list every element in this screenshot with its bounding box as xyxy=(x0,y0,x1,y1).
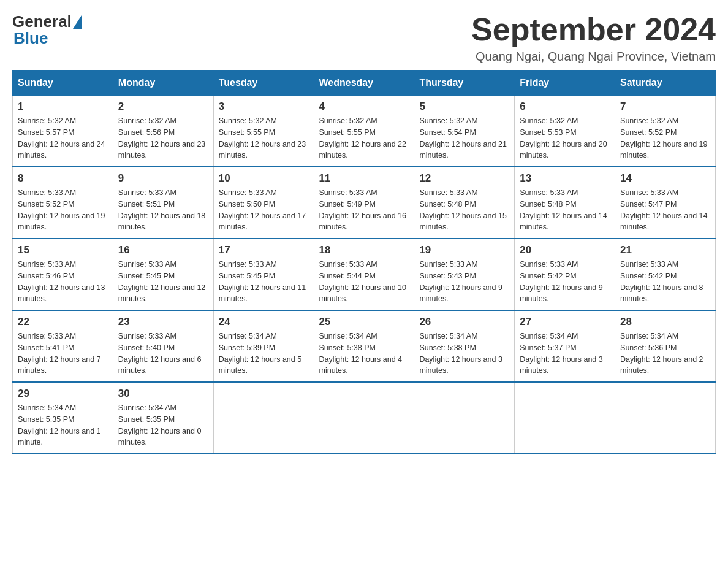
calendar-header-tuesday: Tuesday xyxy=(213,71,314,95)
calendar-cell: 22Sunrise: 5:33 AMSunset: 5:41 PMDayligh… xyxy=(13,310,113,382)
logo-triangle-icon xyxy=(73,15,82,29)
calendar-cell: 4Sunrise: 5:32 AMSunset: 5:55 PMDaylight… xyxy=(314,95,414,167)
day-number: 9 xyxy=(118,172,208,185)
day-number: 21 xyxy=(620,244,710,256)
day-number: 24 xyxy=(219,316,309,328)
day-info: Sunrise: 5:33 AMSunset: 5:45 PMDaylight:… xyxy=(219,259,309,305)
calendar-header-row: SundayMondayTuesdayWednesdayThursdayFrid… xyxy=(13,71,716,95)
calendar-week-row: 29Sunrise: 5:34 AMSunset: 5:35 PMDayligh… xyxy=(13,382,716,454)
day-number: 5 xyxy=(419,101,509,113)
calendar-cell: 17Sunrise: 5:33 AMSunset: 5:45 PMDayligh… xyxy=(213,239,314,310)
day-number: 13 xyxy=(520,172,610,185)
day-number: 14 xyxy=(620,172,710,185)
day-number: 20 xyxy=(520,244,610,256)
day-number: 10 xyxy=(219,172,309,185)
calendar-cell: 10Sunrise: 5:33 AMSunset: 5:50 PMDayligh… xyxy=(213,167,314,239)
day-info: Sunrise: 5:33 AMSunset: 5:51 PMDaylight:… xyxy=(118,187,208,233)
calendar-cell: 13Sunrise: 5:33 AMSunset: 5:48 PMDayligh… xyxy=(515,167,615,239)
title-area: September 2024 Quang Ngai, Quang Ngai Pr… xyxy=(471,12,716,64)
location-subtitle: Quang Ngai, Quang Ngai Province, Vietnam xyxy=(471,50,716,64)
day-info: Sunrise: 5:33 AMSunset: 5:48 PMDaylight:… xyxy=(520,187,610,233)
logo-blue-text: Blue xyxy=(13,29,48,47)
day-info: Sunrise: 5:33 AMSunset: 5:42 PMDaylight:… xyxy=(520,259,610,305)
day-info: Sunrise: 5:32 AMSunset: 5:55 PMDaylight:… xyxy=(319,115,409,161)
calendar-header-thursday: Thursday xyxy=(414,71,515,95)
logo: General Blue xyxy=(12,12,83,48)
calendar-cell xyxy=(213,382,314,454)
day-info: Sunrise: 5:34 AMSunset: 5:38 PMDaylight:… xyxy=(319,331,409,377)
day-number: 22 xyxy=(18,316,108,328)
day-info: Sunrise: 5:32 AMSunset: 5:55 PMDaylight:… xyxy=(219,115,309,161)
day-number: 26 xyxy=(419,316,509,328)
calendar-week-row: 15Sunrise: 5:33 AMSunset: 5:46 PMDayligh… xyxy=(13,239,716,310)
calendar-week-row: 22Sunrise: 5:33 AMSunset: 5:41 PMDayligh… xyxy=(13,310,716,382)
day-number: 29 xyxy=(18,388,108,400)
day-info: Sunrise: 5:33 AMSunset: 5:44 PMDaylight:… xyxy=(319,259,409,305)
calendar-cell: 2Sunrise: 5:32 AMSunset: 5:56 PMDaylight… xyxy=(113,95,213,167)
day-info: Sunrise: 5:34 AMSunset: 5:35 PMDaylight:… xyxy=(18,402,108,448)
calendar-header-friday: Friday xyxy=(515,71,615,95)
day-info: Sunrise: 5:34 AMSunset: 5:37 PMDaylight:… xyxy=(520,331,610,377)
day-number: 7 xyxy=(620,101,710,113)
calendar-cell: 25Sunrise: 5:34 AMSunset: 5:38 PMDayligh… xyxy=(314,310,414,382)
day-number: 1 xyxy=(18,101,108,113)
day-info: Sunrise: 5:33 AMSunset: 5:47 PMDaylight:… xyxy=(620,187,710,233)
calendar-header-wednesday: Wednesday xyxy=(314,71,414,95)
day-info: Sunrise: 5:33 AMSunset: 5:48 PMDaylight:… xyxy=(419,187,509,233)
calendar-cell: 14Sunrise: 5:33 AMSunset: 5:47 PMDayligh… xyxy=(615,167,716,239)
header: General Blue September 2024 Quang Ngai, … xyxy=(12,12,716,64)
calendar-header-monday: Monday xyxy=(113,71,213,95)
month-title: September 2024 xyxy=(471,12,716,47)
day-info: Sunrise: 5:33 AMSunset: 5:46 PMDaylight:… xyxy=(18,259,108,305)
calendar-cell: 7Sunrise: 5:32 AMSunset: 5:52 PMDaylight… xyxy=(615,95,716,167)
day-info: Sunrise: 5:32 AMSunset: 5:57 PMDaylight:… xyxy=(18,115,108,161)
calendar-cell: 29Sunrise: 5:34 AMSunset: 5:35 PMDayligh… xyxy=(13,382,113,454)
calendar-table: SundayMondayTuesdayWednesdayThursdayFrid… xyxy=(12,70,716,454)
day-info: Sunrise: 5:34 AMSunset: 5:36 PMDaylight:… xyxy=(620,331,710,377)
calendar-cell: 27Sunrise: 5:34 AMSunset: 5:37 PMDayligh… xyxy=(515,310,615,382)
day-number: 17 xyxy=(219,244,309,256)
calendar-cell: 3Sunrise: 5:32 AMSunset: 5:55 PMDaylight… xyxy=(213,95,314,167)
day-number: 12 xyxy=(419,172,509,185)
calendar-cell: 18Sunrise: 5:33 AMSunset: 5:44 PMDayligh… xyxy=(314,239,414,310)
calendar-cell: 5Sunrise: 5:32 AMSunset: 5:54 PMDaylight… xyxy=(414,95,515,167)
day-number: 3 xyxy=(219,101,309,113)
day-number: 19 xyxy=(419,244,509,256)
day-info: Sunrise: 5:34 AMSunset: 5:39 PMDaylight:… xyxy=(219,331,309,377)
day-number: 2 xyxy=(118,101,208,113)
day-info: Sunrise: 5:33 AMSunset: 5:49 PMDaylight:… xyxy=(319,187,409,233)
calendar-cell: 23Sunrise: 5:33 AMSunset: 5:40 PMDayligh… xyxy=(113,310,213,382)
calendar-cell: 11Sunrise: 5:33 AMSunset: 5:49 PMDayligh… xyxy=(314,167,414,239)
day-info: Sunrise: 5:32 AMSunset: 5:52 PMDaylight:… xyxy=(620,115,710,161)
calendar-cell: 20Sunrise: 5:33 AMSunset: 5:42 PMDayligh… xyxy=(515,239,615,310)
calendar-cell: 1Sunrise: 5:32 AMSunset: 5:57 PMDaylight… xyxy=(13,95,113,167)
calendar-header-sunday: Sunday xyxy=(13,71,113,95)
calendar-cell: 30Sunrise: 5:34 AMSunset: 5:35 PMDayligh… xyxy=(113,382,213,454)
day-info: Sunrise: 5:33 AMSunset: 5:50 PMDaylight:… xyxy=(219,187,309,233)
day-number: 23 xyxy=(118,316,208,328)
calendar-week-row: 8Sunrise: 5:33 AMSunset: 5:52 PMDaylight… xyxy=(13,167,716,239)
calendar-cell: 6Sunrise: 5:32 AMSunset: 5:53 PMDaylight… xyxy=(515,95,615,167)
day-number: 28 xyxy=(620,316,710,328)
calendar-cell: 24Sunrise: 5:34 AMSunset: 5:39 PMDayligh… xyxy=(213,310,314,382)
calendar-cell: 19Sunrise: 5:33 AMSunset: 5:43 PMDayligh… xyxy=(414,239,515,310)
calendar-cell xyxy=(414,382,515,454)
calendar-cell xyxy=(515,382,615,454)
day-number: 25 xyxy=(319,316,409,328)
day-number: 8 xyxy=(18,172,108,185)
day-info: Sunrise: 5:33 AMSunset: 5:41 PMDaylight:… xyxy=(18,331,108,377)
calendar-header-saturday: Saturday xyxy=(615,71,716,95)
day-number: 6 xyxy=(520,101,610,113)
calendar-week-row: 1Sunrise: 5:32 AMSunset: 5:57 PMDaylight… xyxy=(13,95,716,167)
day-number: 30 xyxy=(118,388,208,400)
day-info: Sunrise: 5:33 AMSunset: 5:42 PMDaylight:… xyxy=(620,259,710,305)
day-number: 18 xyxy=(319,244,409,256)
day-number: 11 xyxy=(319,172,409,185)
calendar-cell: 28Sunrise: 5:34 AMSunset: 5:36 PMDayligh… xyxy=(615,310,716,382)
day-info: Sunrise: 5:33 AMSunset: 5:45 PMDaylight:… xyxy=(118,259,208,305)
calendar-cell: 16Sunrise: 5:33 AMSunset: 5:45 PMDayligh… xyxy=(113,239,213,310)
day-info: Sunrise: 5:33 AMSunset: 5:52 PMDaylight:… xyxy=(18,187,108,233)
calendar-cell: 8Sunrise: 5:33 AMSunset: 5:52 PMDaylight… xyxy=(13,167,113,239)
calendar-cell xyxy=(615,382,716,454)
day-number: 27 xyxy=(520,316,610,328)
